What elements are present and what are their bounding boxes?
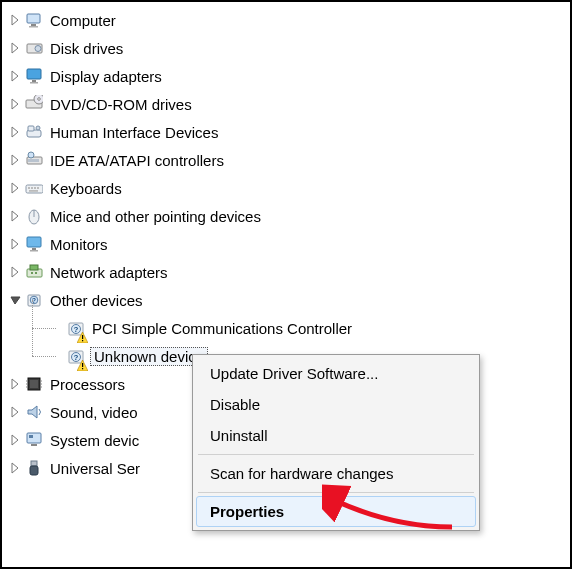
sound-icon (24, 402, 44, 422)
tree-label-selected: Unknown device (90, 347, 208, 366)
expand-icon[interactable] (8, 153, 22, 167)
context-menu: Update Driver Software... Disable Uninst… (192, 354, 480, 531)
processor-icon (24, 374, 44, 394)
disk-icon (24, 38, 44, 58)
tree-item-mice[interactable]: Mice and other pointing devices (8, 202, 570, 230)
expand-icon[interactable] (8, 433, 22, 447)
monitor-icon (24, 234, 44, 254)
expand-icon[interactable] (8, 181, 22, 195)
other-devices-icon (24, 290, 44, 310)
unknown-device-icon (66, 346, 86, 366)
expand-icon[interactable] (8, 405, 22, 419)
expand-icon[interactable] (8, 461, 22, 475)
tree-label: Human Interface Devices (48, 123, 220, 142)
tree-item-computer[interactable]: Computer (8, 6, 570, 34)
menu-scan-hardware[interactable]: Scan for hardware changes (196, 458, 476, 489)
tree-label: DVD/CD-ROM drives (48, 95, 194, 114)
tree-item-dvd[interactable]: DVD/CD-ROM drives (8, 90, 570, 118)
tree-item-disk-drives[interactable]: Disk drives (8, 34, 570, 62)
tree-label: Monitors (48, 235, 110, 254)
expand-icon[interactable] (8, 125, 22, 139)
ide-icon (24, 150, 44, 170)
tree-label: Processors (48, 375, 127, 394)
expand-icon[interactable] (8, 377, 22, 391)
unknown-device-icon (66, 318, 86, 338)
network-icon (24, 262, 44, 282)
tree-item-pci[interactable]: PCI Simple Communications Controller (8, 314, 570, 342)
tree-label: IDE ATA/ATAPI controllers (48, 151, 226, 170)
menu-separator (198, 492, 474, 493)
tree-item-ide[interactable]: IDE ATA/ATAPI controllers (8, 146, 570, 174)
expand-icon[interactable] (8, 13, 22, 27)
keyboard-icon (24, 178, 44, 198)
expand-icon[interactable] (8, 41, 22, 55)
mouse-icon (24, 206, 44, 226)
display-adapter-icon (24, 66, 44, 86)
tree-item-network[interactable]: Network adapters (8, 258, 570, 286)
expand-icon[interactable] (8, 97, 22, 111)
tree-item-other-devices[interactable]: Other devices (8, 286, 570, 314)
expand-icon[interactable] (8, 237, 22, 251)
warning-overlay-icon (77, 329, 88, 340)
warning-overlay-icon (77, 357, 88, 368)
computer-icon (24, 10, 44, 30)
menu-uninstall[interactable]: Uninstall (196, 420, 476, 451)
hid-icon (24, 122, 44, 142)
tree-item-monitors[interactable]: Monitors (8, 230, 570, 258)
menu-properties[interactable]: Properties (196, 496, 476, 527)
tree-item-keyboards[interactable]: Keyboards (8, 174, 570, 202)
collapse-icon[interactable] (8, 293, 22, 307)
tree-label: Network adapters (48, 263, 170, 282)
tree-label: Display adapters (48, 67, 164, 86)
menu-separator (198, 454, 474, 455)
tree-label: Mice and other pointing devices (48, 207, 263, 226)
usb-icon (24, 458, 44, 478)
menu-update-driver[interactable]: Update Driver Software... (196, 358, 476, 389)
tree-label: System devic (48, 431, 141, 450)
dvd-icon (24, 94, 44, 114)
expand-icon[interactable] (8, 69, 22, 83)
expand-icon[interactable] (8, 209, 22, 223)
expand-icon[interactable] (8, 265, 22, 279)
system-icon (24, 430, 44, 450)
tree-label: Disk drives (48, 39, 125, 58)
tree-item-hid[interactable]: Human Interface Devices (8, 118, 570, 146)
tree-label: Sound, video (48, 403, 140, 422)
tree-label: Universal Ser (48, 459, 142, 478)
tree-label: Other devices (48, 291, 145, 310)
tree-label: PCI Simple Communications Controller (90, 319, 354, 338)
tree-label: Keyboards (48, 179, 124, 198)
tree-connector (28, 342, 66, 370)
menu-disable[interactable]: Disable (196, 389, 476, 420)
tree-label: Computer (48, 11, 118, 30)
tree-item-display-adapters[interactable]: Display adapters (8, 62, 570, 90)
